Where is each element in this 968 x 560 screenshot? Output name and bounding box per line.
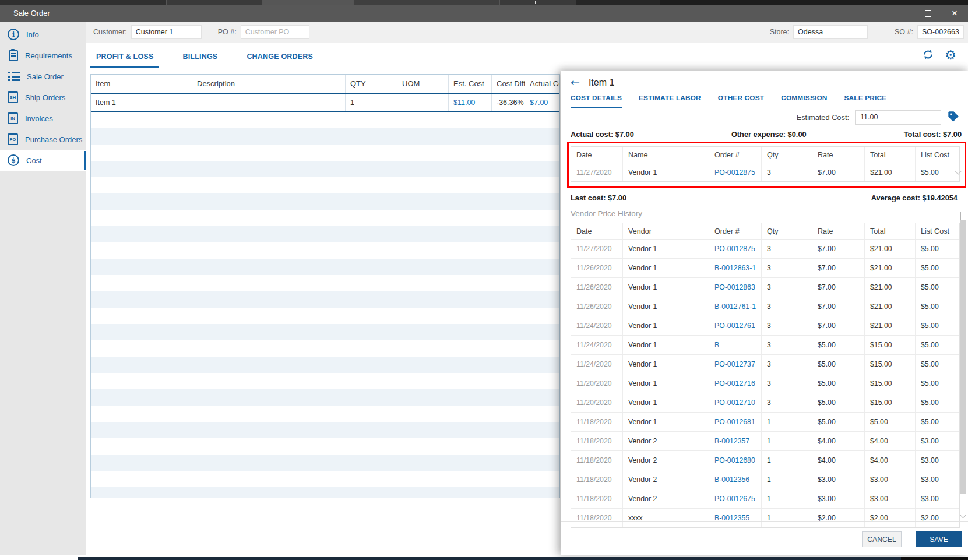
column-header: Qty bbox=[762, 223, 812, 239]
column-header: Order # bbox=[709, 147, 762, 163]
column-header: Est. Cost bbox=[449, 75, 492, 93]
gear-icon[interactable]: ⚙ bbox=[945, 49, 956, 62]
back-arrow-icon[interactable]: ← bbox=[571, 77, 580, 88]
empty-table-row bbox=[91, 242, 559, 259]
order-link[interactable]: PO-0012716 bbox=[714, 379, 755, 388]
titlebar: Sale Order × bbox=[0, 5, 968, 22]
refresh-icon[interactable] bbox=[923, 49, 934, 62]
column-header: Rate bbox=[812, 223, 865, 239]
table-row: 11/27/2020 Vendor 1 PO-0012875 3 $7.00 $… bbox=[571, 239, 959, 258]
table-row: 11/18/2020 Vendor 2 PO-0012680 1 $4.00 $… bbox=[571, 450, 959, 470]
sidebar-item[interactable]: IN Invoices bbox=[0, 108, 86, 129]
empty-table-row bbox=[91, 389, 559, 406]
column-header: Rate bbox=[812, 147, 865, 163]
panel-tab[interactable]: COMMISSION bbox=[781, 94, 827, 108]
sidebar-item[interactable]: SH Ship Orders bbox=[0, 87, 86, 108]
order-link[interactable]: PO-0012761 bbox=[714, 322, 755, 330]
store-input[interactable] bbox=[793, 25, 868, 39]
order-link[interactable]: B bbox=[714, 341, 719, 349]
sale-order-window: Sale Order × i Info Requirements Sale Or… bbox=[0, 0, 968, 560]
sidebar-item[interactable]: i Info bbox=[0, 24, 86, 45]
main-tab[interactable]: PROFIT & LOSS bbox=[90, 48, 159, 68]
vertical-scrollbar[interactable] bbox=[960, 212, 966, 519]
requirements-icon bbox=[9, 50, 18, 61]
order-link[interactable]: PO-0012863 bbox=[714, 283, 755, 291]
order-link[interactable]: B-0012761-1 bbox=[714, 302, 756, 311]
empty-table-row bbox=[91, 308, 559, 324]
column-header: Date bbox=[571, 147, 623, 163]
order-link[interactable]: B-0012357 bbox=[714, 437, 749, 445]
order-link[interactable]: PO-0012681 bbox=[714, 418, 755, 426]
restore-button[interactable] bbox=[914, 5, 941, 22]
order-link[interactable]: B-0012356 bbox=[714, 476, 749, 484]
empty-table-row bbox=[91, 438, 559, 455]
highlight-annotation-box: DateNameOrder #QtyRateTotalList Cost 11/… bbox=[567, 142, 966, 188]
order-link[interactable]: PO-0012680 bbox=[714, 456, 755, 464]
column-header: Total bbox=[865, 147, 916, 163]
tag-icon[interactable] bbox=[947, 110, 960, 125]
so-input[interactable] bbox=[917, 25, 964, 39]
sidebar-item[interactable]: $ Cost bbox=[0, 150, 86, 171]
panel-tab[interactable]: OTHER COST bbox=[718, 94, 764, 108]
customer-input[interactable] bbox=[131, 25, 202, 39]
order-link[interactable]: PO-0012710 bbox=[714, 399, 755, 407]
order-link[interactable]: PO-0012675 bbox=[714, 495, 755, 503]
po-label: PO #: bbox=[218, 28, 237, 36]
save-button[interactable]: SAVE bbox=[916, 531, 962, 547]
total-cost-summary: Total cost: $7.00 bbox=[904, 130, 962, 139]
column-header: QTY bbox=[346, 75, 397, 93]
close-icon: × bbox=[952, 8, 958, 18]
store-label: Store: bbox=[770, 28, 789, 36]
empty-table-row bbox=[91, 324, 559, 340]
table-row: 11/27/2020 Vendor 1 PO-0012875 3 $7.00 $… bbox=[571, 163, 959, 181]
table-row: 11/26/2020 Vendor 1 B-0012761-1 3 $7.00 … bbox=[571, 297, 959, 316]
empty-table-row bbox=[91, 291, 559, 308]
minimize-button[interactable] bbox=[888, 5, 914, 22]
cell-item: Item 1 bbox=[91, 94, 192, 111]
restore-icon bbox=[925, 10, 931, 17]
item-row-selected[interactable]: Item 1 1 $11.00 -36.36% $7.00 bbox=[91, 93, 559, 112]
scroll-up-icon[interactable] bbox=[960, 212, 961, 221]
vendor-history-header: DateVendorOrder #QtyRateTotalList Cost bbox=[571, 223, 959, 239]
sidebar-item[interactable]: Sale Order bbox=[0, 66, 86, 87]
sidebar-item-label: Info bbox=[26, 30, 39, 39]
sidebar-item-label: Sale Order bbox=[27, 72, 64, 81]
empty-table-row bbox=[91, 145, 559, 161]
order-link[interactable]: PO-0012875 bbox=[714, 245, 755, 253]
item-detail-panel: ← Item 1 COST DETAILSESTIMATE LABOROTHER… bbox=[561, 71, 968, 555]
empty-table-row bbox=[91, 128, 559, 145]
sidebar-item[interactable]: Requirements bbox=[0, 45, 86, 66]
empty-table-row bbox=[91, 487, 559, 498]
background-tab-strip bbox=[0, 0, 968, 5]
order-link[interactable]: B-0012863-1 bbox=[714, 264, 756, 272]
estimated-cost-input[interactable] bbox=[855, 110, 941, 125]
order-link[interactable]: PO-0012875 bbox=[714, 168, 755, 177]
cancel-button[interactable]: CANCEL bbox=[862, 531, 902, 547]
scrollbar-thumb[interactable] bbox=[960, 220, 966, 494]
table-row: 11/18/2020 Vendor 1 PO-0012681 1 $5.00 $… bbox=[571, 412, 959, 431]
panel-tab[interactable]: COST DETAILS bbox=[571, 94, 622, 108]
order-link[interactable]: PO-0012737 bbox=[714, 360, 755, 368]
po-input[interactable] bbox=[241, 25, 309, 39]
table-row: 11/26/2020 Vendor 1 PO-0012863 3 $7.00 $… bbox=[571, 277, 959, 297]
items-table-header: ItemDescriptionQTYUOMEst. CostCost DiffA… bbox=[91, 75, 559, 93]
order-form-bar: Customer: PO #: Store: SO #: bbox=[86, 22, 968, 43]
close-button[interactable]: × bbox=[941, 5, 968, 22]
empty-table-row bbox=[91, 226, 559, 242]
cost-details-table: DateNameOrder #QtyRateTotalList Cost 11/… bbox=[571, 146, 960, 182]
empty-table-row bbox=[91, 357, 559, 373]
main-tab[interactable]: CHANGE ORDERS bbox=[241, 48, 319, 68]
actual-cost-summary: Actual cost: $7.00 bbox=[571, 130, 634, 139]
panel-tab[interactable]: SALE PRICE bbox=[844, 94, 887, 108]
column-header: Order # bbox=[709, 223, 762, 239]
panel-tab[interactable]: ESTIMATE LABOR bbox=[639, 94, 701, 108]
empty-table-row bbox=[91, 340, 559, 357]
sidebar-item[interactable]: PO Purchase Orders bbox=[0, 129, 86, 150]
empty-rows bbox=[91, 112, 559, 498]
column-header: List Cost bbox=[916, 223, 959, 239]
main-tab[interactable]: BILLINGS bbox=[177, 48, 223, 68]
column-header: Qty bbox=[762, 147, 812, 163]
empty-table-row bbox=[91, 259, 559, 275]
empty-table-row bbox=[91, 373, 559, 389]
scroll-down-icon[interactable] bbox=[960, 513, 966, 519]
